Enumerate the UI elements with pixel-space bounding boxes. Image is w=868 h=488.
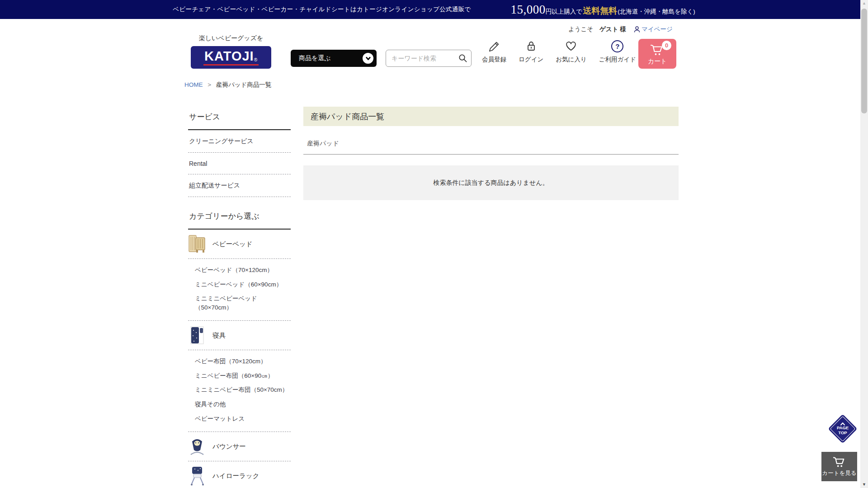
breadcrumb: HOME > 産褥パッド商品一覧 [184, 81, 271, 89]
scrollbar-down-arrow[interactable]: ▼ [860, 482, 868, 487]
guide-label: ご利用ガイド [599, 56, 636, 64]
cart-count-badge: 0 [662, 41, 671, 50]
sidebar-item-bedding-other[interactable]: 寝具その他 [195, 397, 291, 412]
product-select-dropdown[interactable]: 商品を選ぶ [291, 50, 377, 67]
chevron-down-icon [363, 53, 373, 64]
brand-tagline: 楽しいベビーグッズを [191, 34, 271, 42]
top-promo-bar: ベビーチェア・ベビーベッド・ベビーカー・チャイルドシートはカトージオンラインショ… [0, 0, 868, 19]
sidebar-item-minimini-baby-futon-50x70[interactable]: ミニミニベビー布団（50×70cm） [195, 383, 291, 397]
cart-button[interactable]: カート 0 [638, 39, 676, 69]
login-button[interactable]: ログイン [519, 39, 543, 64]
category-label-bedding: 寝具 [212, 331, 226, 340]
sidebar-heading-categories: カテゴリーから選ぶ [188, 209, 291, 230]
promo-text: ベビーチェア・ベビーベッド・ベビーカー・チャイルドシートはカトージオンラインショ… [173, 5, 471, 14]
crib-thumbnail-icon [188, 234, 206, 254]
welcome-text: ようこそ [568, 25, 593, 33]
favorites-button[interactable]: お気に入り [556, 39, 586, 64]
subcategory-list-bedding: ベビー布団（70×120cm） ミニベビー布団（60×90㎝） ミニミニベビー布… [188, 350, 291, 432]
subcategory-list-babybed: ベビーベッド（70×120cm） ミニベビーベッド（60×90cm） ミニミニベ… [188, 259, 291, 321]
category-label-bouncer: バウンサー [212, 442, 246, 451]
free-shipping-note: (北海道・沖縄・離島を除く) [618, 8, 695, 16]
guide-button[interactable]: ? ご利用ガイド [599, 39, 636, 64]
product-select-label: 商品を選ぶ [299, 54, 331, 62]
sidebar-item-mini-baby-futon-60x90[interactable]: ミニベビー布団（60×90㎝） [195, 369, 291, 383]
katoji-logo[interactable]: KATOJI® [191, 46, 271, 69]
sidebar-item-mini-babybed-60x90[interactable]: ミニベビーベッド（60×90cm） [195, 277, 291, 292]
main-content: 産褥パッド商品一覧 産褥パッド 検索条件に該当する商品はありません。 [303, 107, 679, 200]
category-label-babybed: ベビーベッド [212, 240, 253, 249]
sidebar-category-bedding[interactable]: 寝具 [188, 321, 291, 350]
sidebar-item-assembly-delivery[interactable]: 組立配送サービス [188, 174, 291, 197]
sidebar-item-rental[interactable]: Rental [188, 153, 291, 174]
register-label: 会員登録 [482, 56, 506, 64]
header-nav: 会員登録 ログイン お気に入り ? ご利用ガイド [482, 39, 636, 69]
category-label-highlow-rack: ハイローラック [212, 472, 259, 480]
sidebar-category-bouncer[interactable]: バウンサー [188, 432, 291, 461]
login-label: ログイン [519, 56, 543, 64]
mypage-label: マイページ [642, 25, 673, 33]
bedding-thumbnail-icon [188, 325, 206, 346]
scrollbar: ▲ ▼ [860, 0, 868, 488]
page-title: 産褥パッド商品一覧 [303, 107, 679, 126]
page-top-button[interactable]: PAGE TOP [830, 415, 855, 443]
search-icon[interactable] [458, 53, 467, 63]
welcome-bar: ようこそ ゲスト 様 マイページ [568, 25, 673, 33]
breadcrumb-separator: > [208, 81, 211, 88]
logo-text: KATOJI [204, 49, 254, 63]
person-icon [633, 26, 641, 33]
sidebar-category-highlow-rack[interactable]: ハイローラック [188, 461, 291, 488]
shipping-threshold: 15,000 [511, 3, 546, 17]
section-subtitle: 産褥パッド [303, 140, 679, 155]
sidebar-item-minimini-babybed-50x70[interactable]: ミニミニベビーベッド（50×70cm） [195, 291, 291, 314]
sidebar-category-babybed[interactable]: ベビーベッド [188, 230, 291, 259]
sidebar-item-babybed-70x120[interactable]: ベビーベッド（70×120cm） [195, 263, 291, 277]
registered-mark: ® [254, 57, 258, 62]
mypage-link[interactable]: マイページ [633, 25, 673, 33]
bouncer-thumbnail-icon [188, 436, 206, 457]
view-cart-label: カートを見る [822, 469, 856, 477]
sidebar-item-baby-futon-70x120[interactable]: ベビー布団（70×120cm） [195, 354, 291, 369]
sidebar-item-baby-mattress[interactable]: ベビーマットレス [195, 412, 291, 426]
scrollbar-thumb[interactable] [861, 9, 867, 113]
sidebar-item-cleaning-service[interactable]: クリーニングサービス [188, 130, 291, 153]
breadcrumb-current: 産褥パッド商品一覧 [216, 81, 271, 88]
guest-name: ゲスト 様 [599, 25, 626, 33]
lock-icon [525, 39, 537, 53]
highlow-rack-thumbnail-icon [188, 465, 206, 486]
sidebar-heading-services: サービス [188, 110, 291, 130]
register-button[interactable]: 会員登録 [482, 39, 506, 64]
heart-icon [565, 39, 577, 53]
question-icon: ? [611, 39, 623, 53]
shipping-threshold-suffix: 円以上購入で [546, 8, 582, 16]
cart-label: カート [648, 57, 667, 66]
breadcrumb-home-link[interactable]: HOME [184, 81, 203, 88]
page-top-label-2: TOP [838, 431, 847, 436]
shipping-promo: 15,000 円以上購入で 送料無料 (北海道・沖縄・離島を除く) [511, 3, 695, 17]
pencil-icon [488, 39, 500, 53]
search-box [386, 50, 472, 67]
view-cart-button[interactable]: カートを見る [821, 452, 857, 481]
cart-icon [832, 456, 847, 469]
sidebar: サービス クリーニングサービス Rental 組立配送サービス カテゴリーから選… [188, 110, 291, 488]
empty-results-message: 検索条件に該当する商品はありません。 [303, 165, 679, 200]
free-shipping-label: 送料無料 [583, 5, 617, 17]
favorites-label: お気に入り [556, 56, 586, 64]
scrollbar-up-arrow[interactable]: ▲ [860, 1, 868, 5]
